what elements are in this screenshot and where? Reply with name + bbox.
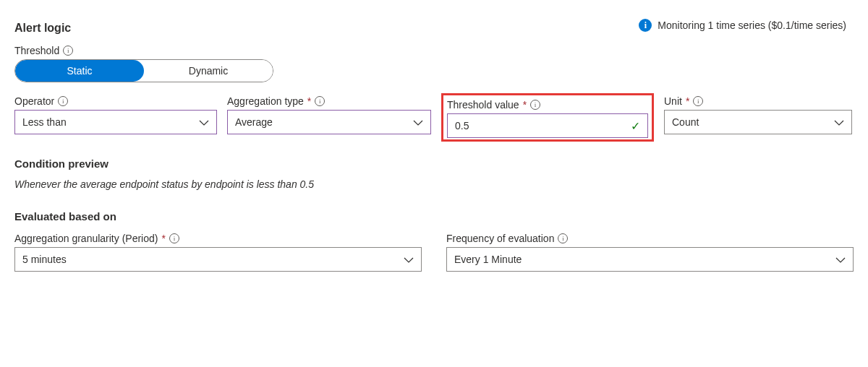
info-icon[interactable]: i xyxy=(558,233,568,243)
frequency-label: Frequency of evaluation i xyxy=(446,233,854,244)
info-icon: i xyxy=(639,19,652,32)
required-asterisk: * xyxy=(161,233,165,244)
unit-value: Count xyxy=(672,116,699,128)
monitoring-text: Monitoring 1 time series ($0.1/time seri… xyxy=(658,20,846,31)
info-icon[interactable]: i xyxy=(169,233,179,243)
chevron-down-icon xyxy=(413,116,423,128)
granularity-value: 5 minutes xyxy=(22,254,67,265)
granularity-select[interactable]: 5 minutes xyxy=(14,247,422,272)
chevron-down-icon xyxy=(199,116,209,128)
info-icon[interactable]: i xyxy=(693,96,703,106)
info-icon[interactable]: i xyxy=(315,96,325,106)
threshold-segmented: Static Dynamic xyxy=(14,59,273,82)
operator-select[interactable]: Less than xyxy=(14,110,217,134)
unit-select[interactable]: Count xyxy=(664,110,852,134)
evaluated-heading: Evaluated based on xyxy=(14,210,854,223)
info-icon[interactable]: i xyxy=(58,96,68,106)
monitoring-banner: i Monitoring 1 time series ($0.1/time se… xyxy=(639,19,846,32)
required-asterisk: * xyxy=(523,99,527,111)
condition-preview-text: Whenever the average endpoint status by … xyxy=(14,178,854,190)
operator-label: Operator i xyxy=(14,95,217,107)
chevron-down-icon xyxy=(404,254,414,265)
info-icon[interactable]: i xyxy=(530,100,540,110)
threshold-label: Threshold i xyxy=(14,45,854,56)
threshold-value-input[interactable]: 0.5 ✓ xyxy=(447,113,648,138)
threshold-value: 0.5 xyxy=(455,120,469,131)
condition-preview-heading: Condition preview xyxy=(14,157,854,170)
required-asterisk: * xyxy=(686,95,689,107)
threshold-option-static[interactable]: Static xyxy=(15,60,144,82)
chevron-down-icon xyxy=(835,254,846,265)
checkmark-icon: ✓ xyxy=(631,119,640,133)
aggregation-select[interactable]: Average xyxy=(227,110,431,134)
threshold-value-label: Threshold value * i xyxy=(447,99,648,111)
operator-value: Less than xyxy=(22,116,67,128)
chevron-down-icon xyxy=(834,116,844,128)
frequency-select[interactable]: Every 1 Minute xyxy=(446,247,854,272)
aggregation-value: Average xyxy=(235,116,273,128)
granularity-label: Aggregation granularity (Period) * i xyxy=(14,233,422,244)
required-asterisk: * xyxy=(307,95,311,107)
threshold-value-highlight: Threshold value * i 0.5 ✓ xyxy=(441,93,654,142)
info-icon[interactable]: i xyxy=(63,46,73,56)
frequency-value: Every 1 Minute xyxy=(454,254,522,265)
threshold-option-dynamic[interactable]: Dynamic xyxy=(144,60,273,82)
unit-label: Unit * i xyxy=(664,95,852,107)
aggregation-label: Aggregation type * i xyxy=(227,95,431,107)
